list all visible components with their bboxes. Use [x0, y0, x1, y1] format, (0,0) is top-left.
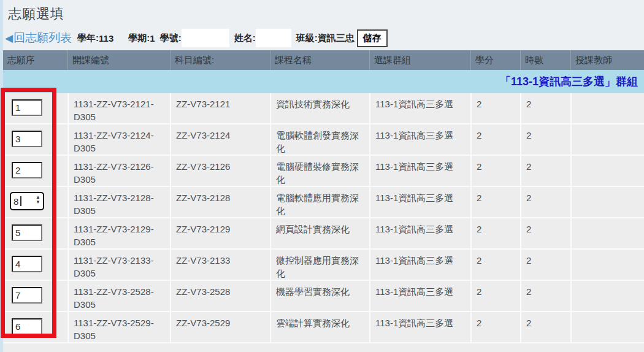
subject-id: ZZ-V73-2124 — [170, 124, 270, 155]
course-id-cell: 1131-ZZ-V73-2126-D305 — [67, 156, 170, 186]
header-course-id: 開課編號 — [67, 50, 170, 70]
student-id-label: 學號: — [160, 33, 182, 44]
semester-label: 學期: — [128, 33, 150, 44]
preference-order-cell — [3, 250, 67, 280]
preference-order-input[interactable] — [12, 287, 42, 304]
course-id: 1131-ZZ-V73-2126-D305 — [74, 160, 166, 186]
course-id-cell: 1131-ZZ-V73-2129-D305 — [67, 218, 170, 248]
course-name: 電腦軟體創發實務深化 — [270, 124, 369, 155]
course-name: 網頁設計實務深化 — [270, 218, 369, 248]
save-button[interactable]: 儲存 — [357, 29, 388, 47]
credits: 2 — [470, 187, 520, 217]
course-id: 1131-ZZ-V73-2129-D305 — [74, 223, 166, 248]
preference-order-cell — [3, 218, 67, 248]
course-group: 113-1資訊高三多選 — [369, 250, 470, 280]
course-id: 1131-ZZ-V73-2121-D305 — [74, 98, 166, 123]
course-id-cell: 1131-ZZ-V73-2128-D305 — [67, 187, 170, 217]
info-toolbar: ◀ 回志願列表 學年: 113 學期: 1 學號: 姓名: 班級: 資訊三忠 儲… — [5, 28, 388, 48]
credits: 2 — [470, 124, 520, 155]
teacher — [570, 124, 644, 155]
page-title: 志願選填 — [8, 5, 64, 23]
spinner-down-icon[interactable]: ▼ — [36, 200, 40, 205]
back-link-label: 回志願列表 — [13, 30, 72, 46]
course-id: 1131-ZZ-V73-2124-D305 — [74, 129, 166, 155]
course-group: 113-1資訊高三多選 — [369, 93, 470, 123]
subject-id: ZZ-V73-2529 — [170, 312, 270, 342]
preference-order-input[interactable] — [12, 318, 42, 335]
teacher — [570, 93, 644, 123]
subject-id: ZZ-V73-2128 — [170, 187, 270, 217]
student-name-label: 姓名: — [234, 33, 256, 44]
table-filler-strip — [3, 343, 644, 352]
teacher — [570, 218, 644, 248]
student-id-redacted-box — [182, 29, 229, 47]
semester-value: 1 — [150, 33, 155, 44]
course-id: 1131-ZZ-V73-2133-D305 — [74, 254, 166, 280]
student-name-redacted-box — [256, 29, 291, 47]
subject-id: ZZ-V73-2528 — [170, 281, 270, 311]
table-header-row: 志願序 開課編號 科目編號: 課程名稱 選課群組 學分 時數 授課教師 — [3, 50, 644, 70]
preference-order-cell: ▲ ▼ — [3, 187, 67, 217]
back-to-list-link[interactable]: ◀ 回志願列表 — [5, 30, 72, 46]
hours: 2 — [520, 93, 570, 123]
hours: 2 — [520, 218, 570, 248]
course-group: 113-1資訊高三多選 — [369, 312, 470, 342]
header-preference-order: 志願序 — [3, 50, 67, 70]
teacher — [570, 312, 644, 342]
back-arrow-icon: ◀ — [5, 32, 13, 45]
header-course-name: 課程名稱 — [270, 50, 369, 70]
course-group: 113-1資訊高三多選 — [369, 187, 470, 217]
credits: 2 — [470, 218, 520, 248]
text-caret — [20, 196, 21, 206]
credits: 2 — [470, 312, 520, 342]
header-credits: 學分 — [470, 50, 520, 70]
course-group: 113-1資訊高三多選 — [369, 124, 470, 155]
header-teacher: 授課教師 — [570, 50, 644, 70]
page-background: 志願選填 ◀ 回志願列表 學年: 113 學期: 1 學號: 姓名: 班級: 資… — [3, 0, 644, 352]
group-header-row: 「113-1資訊高三多選」群組 — [3, 70, 644, 93]
course-name: 機器學習實務深化 — [270, 281, 369, 311]
course-name: 微控制器應用實務深化 — [270, 250, 369, 280]
number-spinner[interactable]: ▲ ▼ — [36, 195, 40, 205]
course-id: 1131-ZZ-V73-2529-D305 — [74, 316, 166, 342]
subject-id: ZZ-V73-2126 — [170, 156, 270, 186]
table-row: 1131-ZZ-V73-2528-D305 ZZ-V73-2528 機器學習實務… — [3, 281, 644, 312]
header-subject-id: 科目編號: — [170, 50, 270, 70]
subject-id: ZZ-V73-2133 — [170, 250, 270, 280]
table-row: 1131-ZZ-V73-2129-D305 ZZ-V73-2129 網頁設計實務… — [3, 218, 644, 250]
table-row: 1131-ZZ-V73-2126-D305 ZZ-V73-2126 電腦硬體裝修… — [3, 156, 644, 187]
credits: 2 — [470, 281, 520, 311]
school-year-value: 113 — [99, 33, 113, 44]
credits: 2 — [470, 156, 520, 186]
header-hours: 時數 — [520, 50, 570, 70]
preference-order-cell — [3, 124, 67, 155]
preference-order-input[interactable] — [12, 256, 42, 272]
hours: 2 — [520, 250, 570, 280]
teacher — [570, 187, 644, 217]
table-row: 1131-ZZ-V73-2529-D305 ZZ-V73-2529 雲端計算實務… — [3, 312, 644, 343]
table-row: 1131-ZZ-V73-2124-D305 ZZ-V73-2124 電腦軟體創發… — [3, 124, 644, 156]
class-label: 班級: — [296, 33, 318, 44]
preference-order-input[interactable] — [12, 99, 42, 116]
course-id-cell: 1131-ZZ-V73-2528-D305 — [67, 281, 170, 311]
preference-order-cell — [3, 281, 67, 311]
preference-order-input[interactable] — [12, 224, 42, 241]
focused-number-input-wrap: ▲ ▼ — [10, 192, 44, 210]
course-name: 電腦軟體應用實務深化 — [270, 187, 369, 217]
subject-id: ZZ-V73-2121 — [170, 93, 270, 123]
table-row: 1131-ZZ-V73-2133-D305 ZZ-V73-2133 微控制器應用… — [3, 250, 644, 281]
course-group: 113-1資訊高三多選 — [369, 281, 470, 311]
table-row: 1131-ZZ-V73-2121-D305 ZZ-V73-2121 資訊技術實務… — [3, 93, 644, 124]
course-id-cell: 1131-ZZ-V73-2124-D305 — [67, 124, 170, 155]
preference-order-cell — [3, 93, 67, 123]
course-id-cell: 1131-ZZ-V73-2133-D305 — [67, 250, 170, 280]
subject-id: ZZ-V73-2129 — [170, 218, 270, 248]
course-group: 113-1資訊高三多選 — [369, 218, 470, 248]
preference-order-input[interactable] — [12, 162, 42, 178]
course-name: 雲端計算實務深化 — [270, 312, 369, 342]
preference-order-input[interactable] — [12, 131, 42, 147]
credits: 2 — [470, 250, 520, 280]
hours: 2 — [520, 187, 570, 217]
preference-table: 志願序 開課編號 科目編號: 課程名稱 選課群組 學分 時數 授課教師 「113… — [3, 50, 644, 352]
course-group: 113-1資訊高三多選 — [369, 156, 470, 186]
